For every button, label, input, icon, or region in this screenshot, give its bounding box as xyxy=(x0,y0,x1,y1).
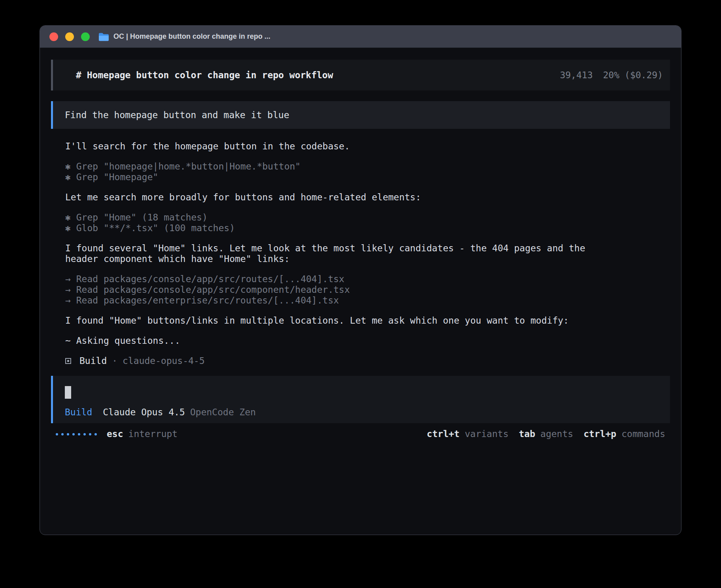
tool-call-line: ✱ Grep "Home" (18 matches) xyxy=(65,212,591,223)
window-titlebar[interactable]: OC | Homepage button color change in rep… xyxy=(40,26,681,48)
terminal-content: # Homepage button color change in repo w… xyxy=(40,48,681,535)
tool-call-line: ✱ Grep "Homepage" xyxy=(65,172,591,183)
token-count: 39,413 xyxy=(560,70,593,81)
shortcut-label: commands xyxy=(621,429,665,439)
assistant-paragraph: I'll search for the homepage button in t… xyxy=(65,141,591,152)
status-bar-right: ctrl+t variants tab agents ctrl+p comman… xyxy=(427,429,665,439)
tool-call-line: → Read packages/console/app/src/componen… xyxy=(65,285,591,295)
tool-call-line: ✱ Glob "**/*.tsx" (100 matches) xyxy=(65,223,591,234)
text-cursor xyxy=(65,386,71,399)
tool-call-group: ✱ Grep "homepage|home.*button|Home.*butt… xyxy=(65,161,591,183)
agent-info-row: Build · claude-opus-4-5 xyxy=(65,356,591,366)
shortcut-interrupt-key: esc xyxy=(107,429,123,439)
folder-icon xyxy=(98,32,109,41)
tool-call-line: ✱ Grep "homepage|home.*button|Home.*butt… xyxy=(65,161,591,172)
minimize-button[interactable] xyxy=(65,32,74,41)
status-line: ~ Asking questions... xyxy=(65,335,591,346)
shortcut-variants: ctrl+t variants xyxy=(427,429,509,439)
zoom-button[interactable] xyxy=(81,32,90,41)
titlebar-title: OC | Homepage button color change in rep… xyxy=(98,32,270,41)
shortcut-commands: ctrl+p commands xyxy=(583,429,665,439)
shortcut-key: ctrl+p xyxy=(583,429,616,439)
traffic-lights xyxy=(49,32,90,41)
session-header: # Homepage button color change in repo w… xyxy=(51,60,670,90)
agent-model: claude-opus-4-5 xyxy=(123,356,205,366)
terminal-window: OC | Homepage button color change in rep… xyxy=(40,25,681,535)
shortcut-label: variants xyxy=(465,429,509,439)
agent-icon xyxy=(65,358,71,364)
context-percent: 20% xyxy=(603,70,620,81)
window-title: OC | Homepage button color change in rep… xyxy=(113,32,270,41)
assistant-text: I'll search for the homepage button in t… xyxy=(65,141,591,152)
agent-separator: · xyxy=(112,356,117,366)
tool-call-group: → Read packages/console/app/src/routes/[… xyxy=(65,274,591,306)
assistant-paragraph: Let me search more broadly for buttons a… xyxy=(65,192,591,203)
working-spinner xyxy=(56,433,97,435)
assistant-text: I found "Home" buttons/links in multiple… xyxy=(65,315,591,326)
shortcut-key: ctrl+t xyxy=(427,429,460,439)
input-provider-label: OpenCode Zen xyxy=(190,407,256,418)
assistant-paragraph: I found "Home" buttons/links in multiple… xyxy=(65,315,591,326)
status-bar: esc interrupt ctrl+t variants tab agents… xyxy=(51,429,670,439)
input-mode-label: Build xyxy=(65,407,92,418)
agent-name: Build xyxy=(79,356,107,366)
tool-call-line: → Read packages/console/app/src/routes/[… xyxy=(65,274,591,285)
asking-questions-status: ~ Asking questions... xyxy=(65,335,591,346)
session-title: # Homepage button color change in repo w… xyxy=(76,70,333,81)
shortcut-interrupt-label: interrupt xyxy=(128,429,178,439)
status-bar-left: esc interrupt xyxy=(56,429,177,439)
assistant-paragraph: I found several "Home" links. Let me loo… xyxy=(65,243,591,264)
input-model-label: Claude Opus 4.5 xyxy=(103,407,185,418)
tool-call-group: ✱ Grep "Home" (18 matches) ✱ Glob "**/*.… xyxy=(65,212,591,234)
close-button[interactable] xyxy=(49,32,58,41)
shortcut-key: tab xyxy=(519,429,535,439)
prompt-input[interactable]: Build Claude Opus 4.5 OpenCode Zen xyxy=(51,376,670,423)
input-footer: Build Claude Opus 4.5 OpenCode Zen xyxy=(65,407,658,418)
assistant-text: I found several "Home" links. Let me loo… xyxy=(65,243,591,264)
user-message: Find the homepage button and make it blu… xyxy=(51,101,670,129)
tool-call-line: → Read packages/enterprise/src/routes/[.… xyxy=(65,295,591,306)
transcript: I'll search for the homepage button in t… xyxy=(65,141,591,366)
shortcut-label: agents xyxy=(540,429,573,439)
assistant-text: Let me search more broadly for buttons a… xyxy=(65,192,591,203)
shortcut-agents: tab agents xyxy=(519,429,573,439)
user-message-text: Find the homepage button and make it blu… xyxy=(65,110,289,121)
session-cost: ($0.29) xyxy=(625,70,663,81)
session-stats: 39,413 20% ($0.29) xyxy=(560,70,663,81)
